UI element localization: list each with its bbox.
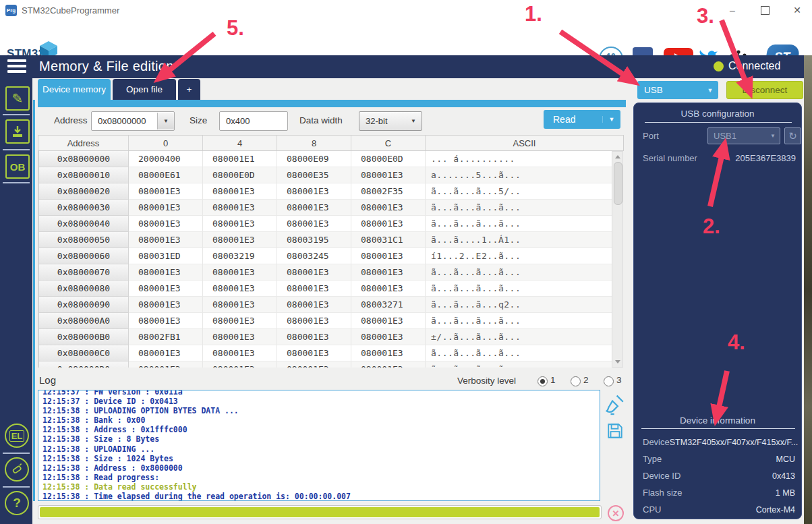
sidebar-item-memory-edit[interactable]: ✎ <box>5 86 30 111</box>
address-cell[interactable]: 0x08000030 <box>38 200 129 216</box>
hex-cell[interactable]: 08002F35 <box>351 183 426 200</box>
hex-cell[interactable]: 080001E3 <box>351 167 426 183</box>
hex-cell[interactable]: 080001E3 <box>129 264 203 281</box>
table-scrollbar[interactable] <box>612 151 623 368</box>
hex-cell[interactable]: 08000E35 <box>277 167 351 183</box>
close-button[interactable]: ✕ <box>784 0 811 20</box>
verbosity-radio-1[interactable] <box>538 376 548 386</box>
table-row[interactable]: 0x08000050080001E3080001E308003195080031… <box>38 232 612 248</box>
clear-log-icon[interactable] <box>604 394 626 417</box>
address-cell[interactable]: 0x08000050 <box>38 232 129 248</box>
hex-cell[interactable]: 080031ED <box>129 248 203 264</box>
address-cell[interactable]: 0x08000060 <box>38 248 129 264</box>
table-row[interactable]: 0x08000080080001E3080001E3080001E3080001… <box>38 281 612 297</box>
tab-device-memory[interactable]: Device memory <box>38 79 111 100</box>
hex-cell[interactable]: 080001E3 <box>129 345 203 361</box>
scroll-down-icon[interactable] <box>615 360 620 363</box>
verbosity-radio-3[interactable] <box>604 376 614 386</box>
hex-cell[interactable]: 080001E3 <box>277 345 351 361</box>
hex-cell[interactable]: 080001E3 <box>129 216 203 232</box>
hex-cell[interactable]: 080001E3 <box>277 264 351 281</box>
table-row[interactable]: 0x080000C0080001E3080001E3080001E3080001… <box>38 345 612 361</box>
address-cell[interactable]: 0x080000A0 <box>38 313 129 329</box>
hex-cell[interactable]: 080001E3 <box>129 232 203 248</box>
hex-cell[interactable]: 080001E3 <box>203 232 277 248</box>
log-output[interactable]: 12:15:37 : FW version : 0x011a12:15:37 :… <box>38 390 600 501</box>
hex-cell[interactable]: 080001E3 <box>203 345 277 361</box>
maximize-button[interactable] <box>751 0 778 20</box>
hex-cell[interactable]: 080001E3 <box>129 313 203 329</box>
hex-cell[interactable]: 080001E3 <box>129 200 203 216</box>
hex-cell[interactable]: 080001E3 <box>277 216 351 232</box>
hex-cell[interactable]: 080001E3 <box>277 200 351 216</box>
table-row[interactable]: 0x0800000020000400080001E108000E0908000E… <box>38 151 612 167</box>
address-cell[interactable]: 0x080000C0 <box>38 345 129 361</box>
hex-cell[interactable]: 080001E3 <box>203 297 277 313</box>
hex-cell[interactable]: 080001E3 <box>203 183 277 200</box>
table-row[interactable]: 0x0800001008000E6108000E0D08000E35080001… <box>38 167 612 183</box>
hex-cell[interactable]: 080001E3 <box>351 248 426 264</box>
hex-cell[interactable]: 080001E3 <box>203 361 277 368</box>
table-row[interactable]: 0x08000030080001E3080001E3080001E3080001… <box>38 200 612 216</box>
address-cell[interactable]: 0x08000010 <box>38 167 129 183</box>
hex-cell[interactable]: 080001E3 <box>351 281 426 297</box>
hex-cell[interactable]: 08000E0D <box>203 167 277 183</box>
address-cell[interactable]: 0x08000090 <box>38 297 129 313</box>
save-log-icon[interactable] <box>606 422 624 440</box>
hex-cell[interactable]: 080001E3 <box>203 264 277 281</box>
hex-cell[interactable]: 080001E1 <box>203 151 277 167</box>
chevron-down-icon[interactable]: ▼ <box>602 116 620 123</box>
hex-cell[interactable]: 20000400 <box>129 151 203 167</box>
interface-combo[interactable]: USB ▼ <box>637 81 718 99</box>
cancel-operation-icon[interactable]: ✕ <box>608 505 624 521</box>
hex-cell[interactable]: 08000E61 <box>129 167 203 183</box>
hex-cell[interactable]: 080001E3 <box>129 297 203 313</box>
sidebar-item-help[interactable]: ? <box>5 491 29 515</box>
table-row[interactable]: 0x08000090080001E3080001E3080001E3080032… <box>38 297 612 313</box>
hex-cell[interactable]: 080001E3 <box>351 200 426 216</box>
hex-cell[interactable]: 08002FB1 <box>129 329 203 345</box>
hex-cell[interactable]: 08000E09 <box>277 151 351 167</box>
chevron-down-icon[interactable]: ▼ <box>702 87 718 94</box>
scroll-up-icon[interactable] <box>615 155 620 158</box>
hex-cell[interactable]: 080001E3 <box>351 345 426 361</box>
hex-cell[interactable]: 080001E3 <box>277 313 351 329</box>
tab-open-file[interactable]: Open file <box>113 79 176 100</box>
sidebar-item-external-loaders[interactable]: EL <box>5 424 29 448</box>
hex-cell[interactable]: 080001E3 <box>203 329 277 345</box>
address-cell[interactable]: 0x080000D0 <box>38 361 129 368</box>
data-width-combo[interactable]: 32-bit ▼ <box>359 111 422 131</box>
read-button[interactable]: Read ▼ <box>544 110 620 129</box>
hex-cell[interactable]: 080001E3 <box>129 281 203 297</box>
hex-cell[interactable]: 080001E3 <box>129 183 203 200</box>
hex-cell[interactable]: 08003245 <box>277 248 351 264</box>
hex-cell[interactable]: 080001E3 <box>277 183 351 200</box>
size-input[interactable]: 0x400 <box>219 111 288 131</box>
hex-cell[interactable]: 080001E3 <box>203 281 277 297</box>
hex-cell[interactable]: 080001E3 <box>203 313 277 329</box>
hex-cell[interactable]: 08003271 <box>351 297 426 313</box>
hex-cell[interactable]: 080001E3 <box>129 361 203 368</box>
table-row[interactable]: 0x080000B008002FB1080001E3080001E3080001… <box>38 329 612 345</box>
tab-add-button[interactable]: + <box>178 79 200 100</box>
verbosity-radio-2[interactable] <box>571 376 581 386</box>
address-cell[interactable]: 0x08000040 <box>38 216 129 232</box>
hex-cell[interactable]: 080001E3 <box>203 216 277 232</box>
address-cell[interactable]: 0x08000000 <box>38 151 129 167</box>
hex-cell[interactable]: 080001E3 <box>351 329 426 345</box>
hex-cell[interactable]: 080001E3 <box>277 297 351 313</box>
table-row[interactable]: 0x080000D0080001E3080001E3080001E3080001… <box>38 361 612 368</box>
hex-cell[interactable]: 080001E3 <box>351 361 426 368</box>
hex-cell[interactable]: 080001E3 <box>351 313 426 329</box>
address-cell[interactable]: 0x08000020 <box>38 183 129 200</box>
hex-cell[interactable]: 080001E3 <box>277 361 351 368</box>
table-row[interactable]: 0x08000070080001E3080001E3080001E3080001… <box>38 264 612 281</box>
chevron-down-icon[interactable]: ▼ <box>157 113 174 129</box>
disconnect-button[interactable]: Disconnect <box>726 81 803 99</box>
hex-cell[interactable]: 08003195 <box>277 232 351 248</box>
hex-cell[interactable]: 080001E3 <box>351 264 426 281</box>
table-row[interactable]: 0x08000060080031ED0800321908003245080001… <box>38 248 612 264</box>
hex-cell[interactable]: 080031C1 <box>351 232 426 248</box>
hamburger-menu-icon[interactable] <box>7 59 26 76</box>
address-cell[interactable]: 0x08000080 <box>38 281 129 297</box>
